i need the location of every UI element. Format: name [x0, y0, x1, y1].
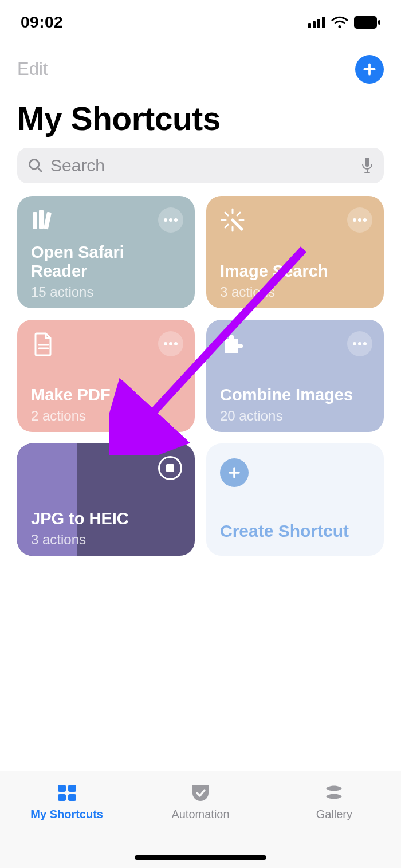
search-input[interactable] — [50, 156, 354, 175]
shortcut-tile-image-search[interactable]: Image Search 3 actions — [206, 196, 384, 308]
automation-icon — [189, 781, 212, 804]
tile-sub: 2 actions — [31, 408, 86, 424]
svg-point-18 — [169, 342, 172, 345]
create-shortcut-tile[interactable]: Create Shortcut — [206, 443, 384, 556]
tab-automation[interactable]: Automation — [133, 771, 267, 868]
shortcut-tile-jpg-to-heic[interactable]: JPG to HEIC 3 actions — [17, 443, 195, 556]
page-title: My Shortcuts — [0, 84, 401, 148]
svg-rect-4 — [354, 16, 377, 29]
more-icon[interactable] — [347, 331, 372, 356]
svg-rect-3 — [322, 17, 325, 28]
svg-point-19 — [174, 342, 178, 345]
svg-rect-25 — [68, 785, 76, 792]
tab-label: Gallery — [316, 808, 352, 821]
tile-sub: 15 actions — [31, 284, 93, 300]
svg-point-20 — [353, 342, 356, 345]
edit-button[interactable]: Edit — [17, 59, 48, 80]
svg-rect-9 — [39, 210, 44, 229]
doc-icon — [31, 331, 56, 359]
status-time: 09:02 — [21, 13, 63, 32]
svg-point-16 — [363, 218, 367, 222]
puzzle-icon — [220, 331, 245, 359]
svg-rect-0 — [308, 23, 311, 28]
svg-rect-2 — [317, 19, 320, 28]
more-icon[interactable] — [158, 207, 183, 233]
home-indicator — [135, 855, 266, 860]
svg-rect-8 — [33, 212, 37, 229]
books-icon — [31, 207, 56, 235]
svg-point-14 — [353, 218, 356, 222]
create-label: Create Shortcut — [220, 521, 370, 541]
tab-label: Automation — [171, 808, 229, 821]
tab-my-shortcuts[interactable]: My Shortcuts — [0, 771, 133, 868]
search-bar[interactable] — [17, 148, 384, 183]
tile-sub: 3 actions — [31, 532, 86, 548]
svg-rect-26 — [58, 794, 66, 801]
tile-label: Image Search — [220, 262, 372, 281]
wand-icon — [220, 207, 245, 235]
svg-point-15 — [358, 218, 361, 222]
gallery-icon — [323, 781, 345, 804]
svg-point-21 — [358, 342, 361, 345]
add-shortcut-button[interactable] — [355, 55, 384, 84]
svg-point-13 — [174, 218, 178, 222]
battery-icon — [354, 16, 380, 29]
tile-sub: 3 actions — [220, 284, 275, 300]
svg-point-17 — [164, 342, 167, 345]
svg-point-28 — [193, 785, 208, 800]
status-bar: 09:02 — [0, 0, 401, 34]
svg-rect-10 — [44, 211, 52, 229]
more-icon[interactable] — [347, 207, 372, 233]
tile-label: Make PDF — [31, 386, 183, 404]
more-icon[interactable] — [158, 331, 183, 356]
mic-icon[interactable] — [361, 157, 374, 174]
search-icon — [27, 158, 44, 174]
tab-gallery[interactable]: Gallery — [268, 771, 401, 868]
shortcut-tile-combine-images[interactable]: Combine Images 20 actions — [206, 320, 384, 432]
svg-point-12 — [169, 218, 172, 222]
svg-rect-5 — [378, 20, 380, 25]
stop-icon[interactable] — [158, 456, 182, 480]
shortcut-tile-open-safari-reader[interactable]: Open Safari Reader 15 actions — [17, 196, 195, 308]
status-indicators — [308, 16, 380, 29]
cellular-icon — [308, 17, 325, 28]
svg-rect-1 — [313, 21, 316, 28]
svg-rect-7 — [365, 158, 369, 167]
tab-bar: My Shortcuts Automation Gallery — [0, 771, 401, 868]
tile-sub: 20 actions — [220, 408, 282, 424]
wifi-icon — [331, 16, 348, 29]
svg-rect-27 — [68, 794, 76, 801]
tile-label: Combine Images — [220, 386, 372, 404]
plus-icon — [362, 62, 377, 77]
plus-icon — [220, 458, 249, 487]
tile-label: Open Safari Reader — [31, 243, 183, 281]
svg-rect-24 — [58, 785, 66, 792]
shortcut-tile-make-pdf[interactable]: Make PDF 2 actions — [17, 320, 195, 432]
tile-label: JPG to HEIC — [31, 509, 183, 528]
tab-label: My Shortcuts — [30, 808, 103, 821]
svg-point-11 — [164, 218, 167, 222]
svg-point-22 — [363, 342, 367, 345]
grid-icon — [56, 781, 78, 804]
